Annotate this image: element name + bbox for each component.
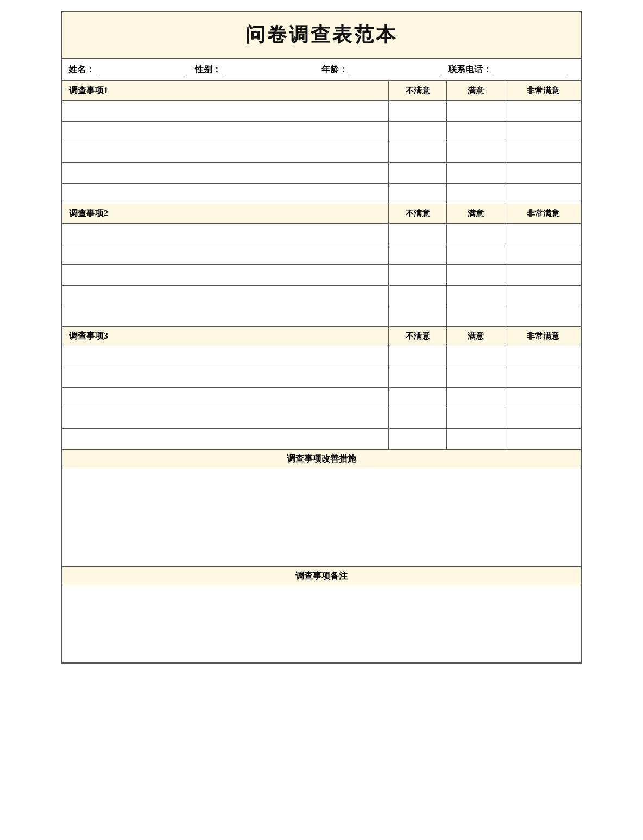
row-verygood[interactable]: [505, 224, 581, 244]
row-item[interactable]: [62, 306, 389, 327]
table-row: [62, 101, 581, 122]
page-title: 问卷调查表范本: [67, 22, 576, 48]
age-input[interactable]: [350, 64, 439, 75]
row-bad[interactable]: [388, 163, 446, 184]
table-row: [62, 346, 581, 367]
row-item[interactable]: [62, 346, 389, 367]
table-row: [62, 367, 581, 388]
row-bad[interactable]: [388, 224, 446, 244]
row-bad[interactable]: [388, 101, 446, 122]
section-3-label: 调查事项3: [62, 327, 389, 346]
title-area: 问卷调查表范本: [62, 12, 581, 59]
row-item[interactable]: [62, 367, 389, 388]
row-bad[interactable]: [388, 306, 446, 327]
row-item[interactable]: [62, 184, 389, 204]
row-verygood[interactable]: [505, 184, 581, 204]
row-good[interactable]: [447, 346, 505, 367]
remark-body[interactable]: [62, 586, 581, 662]
section-2-good: 满意: [447, 204, 505, 224]
name-field: 姓名：: [68, 64, 195, 75]
gender-field: 性别：: [195, 64, 322, 75]
row-bad[interactable]: [388, 122, 446, 142]
section-3-good: 满意: [447, 327, 505, 346]
row-verygood[interactable]: [505, 265, 581, 286]
row-item[interactable]: [62, 142, 389, 163]
table-row: [62, 142, 581, 163]
improvement-header-row: 调查事项改善措施: [62, 450, 581, 469]
row-verygood[interactable]: [505, 306, 581, 327]
table-row: [62, 306, 581, 327]
row-good[interactable]: [447, 244, 505, 265]
row-good[interactable]: [447, 142, 505, 163]
row-bad[interactable]: [388, 408, 446, 429]
row-good[interactable]: [447, 388, 505, 408]
table-row: [62, 244, 581, 265]
row-good[interactable]: [447, 224, 505, 244]
row-item[interactable]: [62, 429, 389, 450]
row-verygood[interactable]: [505, 244, 581, 265]
gender-label: 性别：: [195, 64, 221, 75]
row-good[interactable]: [447, 101, 505, 122]
row-bad[interactable]: [388, 142, 446, 163]
row-bad[interactable]: [388, 388, 446, 408]
table-row: [62, 163, 581, 184]
row-verygood[interactable]: [505, 286, 581, 306]
section-2-header: 调查事项2 不满意 满意 非常满意: [62, 204, 581, 224]
row-bad[interactable]: [388, 244, 446, 265]
row-verygood[interactable]: [505, 367, 581, 388]
row-item[interactable]: [62, 286, 389, 306]
row-good[interactable]: [447, 408, 505, 429]
gender-input[interactable]: [223, 64, 313, 75]
info-row: 姓名： 性别： 年龄： 联系电话：: [62, 59, 581, 81]
age-field: 年龄：: [322, 64, 448, 75]
row-item[interactable]: [62, 224, 389, 244]
table-row: [62, 265, 581, 286]
row-verygood[interactable]: [505, 101, 581, 122]
row-item[interactable]: [62, 388, 389, 408]
row-item[interactable]: [62, 408, 389, 429]
row-good[interactable]: [447, 306, 505, 327]
table-row: [62, 184, 581, 204]
row-item[interactable]: [62, 244, 389, 265]
row-bad[interactable]: [388, 429, 446, 450]
phone-input[interactable]: [494, 64, 566, 75]
row-good[interactable]: [447, 286, 505, 306]
row-good[interactable]: [447, 163, 505, 184]
row-good[interactable]: [447, 184, 505, 204]
row-verygood[interactable]: [505, 429, 581, 450]
row-bad[interactable]: [388, 367, 446, 388]
row-verygood[interactable]: [505, 142, 581, 163]
section-1-good: 满意: [447, 81, 505, 101]
row-verygood[interactable]: [505, 163, 581, 184]
row-item[interactable]: [62, 122, 389, 142]
table-row: [62, 388, 581, 408]
row-good[interactable]: [447, 367, 505, 388]
name-label: 姓名：: [68, 64, 94, 75]
row-good[interactable]: [447, 429, 505, 450]
improvement-body[interactable]: [62, 469, 581, 567]
row-verygood[interactable]: [505, 408, 581, 429]
row-verygood[interactable]: [505, 122, 581, 142]
table-row: [62, 286, 581, 306]
row-verygood[interactable]: [505, 388, 581, 408]
row-good[interactable]: [447, 265, 505, 286]
section-2-verygood: 非常满意: [505, 204, 581, 224]
row-good[interactable]: [447, 122, 505, 142]
section-2-bad: 不满意: [388, 204, 446, 224]
section-3-header: 调查事项3 不满意 满意 非常满意: [62, 327, 581, 346]
row-bad[interactable]: [388, 346, 446, 367]
name-input[interactable]: [97, 64, 186, 75]
row-bad[interactable]: [388, 184, 446, 204]
row-item[interactable]: [62, 265, 389, 286]
phone-field: 联系电话：: [448, 64, 575, 75]
age-label: 年龄：: [322, 64, 348, 75]
section-1-header: 调查事项1 不满意 满意 非常满意: [62, 81, 581, 101]
improvement-header: 调查事项改善措施: [62, 450, 581, 469]
row-item[interactable]: [62, 101, 389, 122]
section-3-bad: 不满意: [388, 327, 446, 346]
row-item[interactable]: [62, 163, 389, 184]
row-bad[interactable]: [388, 265, 446, 286]
row-verygood[interactable]: [505, 346, 581, 367]
row-bad[interactable]: [388, 286, 446, 306]
phone-label: 联系电话：: [448, 64, 491, 75]
